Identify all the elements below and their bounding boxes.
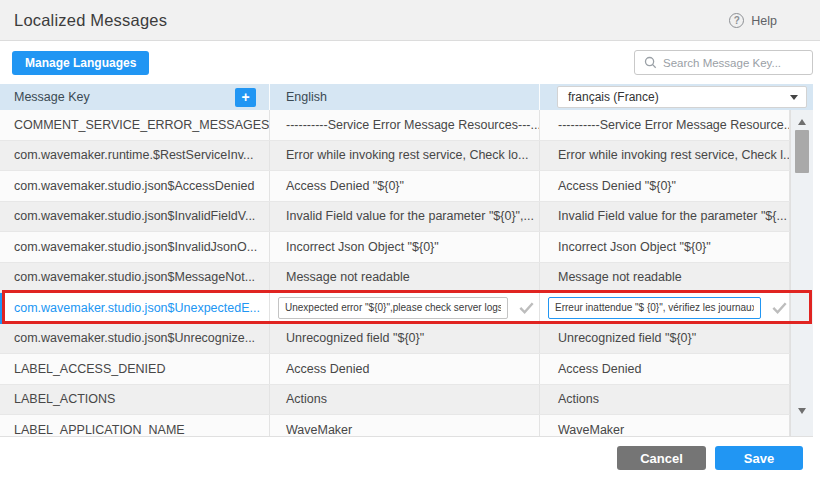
scroll-up-arrow-icon[interactable] (798, 119, 806, 125)
message-key-cell[interactable]: com.wavemaker.studio.json$AccessDenied (0, 171, 270, 201)
help-label: Help (751, 14, 777, 28)
english-cell[interactable]: Message not readable (270, 263, 540, 293)
french-cell[interactable]: ----------Service Error Message Resource… (540, 110, 790, 140)
cancel-button[interactable]: Cancel (617, 446, 706, 470)
english-cell[interactable]: Invalid Field value for the parameter "$… (270, 202, 540, 232)
search-icon (644, 56, 657, 69)
french-edit-input[interactable] (548, 297, 761, 319)
english-header-label: English (286, 90, 327, 104)
table-row[interactable]: LABEL_ACCESS_DENIED Access Denied Access… (0, 354, 790, 385)
english-cell[interactable]: Error while invoking rest service, Check… (270, 141, 540, 171)
english-cell[interactable]: Incorrect Json Object "${0}" (270, 232, 540, 262)
table-row-selected[interactable]: com.wavemaker.studio.json$UnexpectedE... (0, 293, 790, 324)
english-cell[interactable]: WaveMaker (270, 415, 540, 437)
table-row[interactable]: com.wavemaker.studio.json$InvalidJsonO..… (0, 232, 790, 263)
column-header-english: English (270, 84, 540, 110)
column-header-message-key: Message Key + (0, 84, 270, 110)
message-key-cell[interactable]: com.wavemaker.studio.json$Unrecognize... (0, 324, 270, 354)
table-row[interactable]: LABEL_ACTIONS Actions Actions (0, 385, 790, 416)
scrollbar-thumb[interactable] (795, 130, 809, 173)
message-key-cell[interactable]: COMMENT_SERVICE_ERROR_MESSAGES (0, 110, 270, 140)
table-row[interactable]: com.wavemaker.runtime.$RestServiceInv...… (0, 141, 790, 172)
message-key-cell[interactable]: com.wavemaker.studio.json$InvalidJsonO..… (0, 232, 270, 262)
message-key-cell[interactable]: LABEL_APPLICATION_NAME (0, 415, 270, 437)
english-cell[interactable]: Actions (270, 385, 540, 415)
scroll-down-arrow-icon[interactable] (798, 408, 806, 414)
table-row[interactable]: com.wavemaker.studio.json$AccessDenied A… (0, 171, 790, 202)
table-header: Message Key + English français (France) (0, 84, 813, 110)
english-cell[interactable]: Unrecognized field "${0}" (270, 324, 540, 354)
french-cell[interactable]: Invalid Field value for the parameter "$… (540, 202, 790, 232)
french-cell[interactable]: Actions (540, 385, 790, 415)
help-link[interactable]: ? Help (729, 0, 777, 41)
table-row[interactable]: COMMENT_SERVICE_ERROR_MESSAGES ---------… (0, 110, 790, 141)
table-row[interactable]: com.wavemaker.studio.json$InvalidFieldV.… (0, 202, 790, 233)
message-key-cell-selected[interactable]: com.wavemaker.studio.json$UnexpectedE... (0, 293, 270, 323)
message-key-header-label: Message Key (14, 90, 90, 104)
message-key-cell[interactable]: com.wavemaker.studio.json$InvalidFieldV.… (0, 202, 270, 232)
confirm-check-icon[interactable] (770, 298, 789, 317)
french-cell[interactable]: Incorrect Json Object "${0}" (540, 232, 790, 262)
english-cell[interactable]: ----------Service Error Message Resource… (270, 110, 540, 140)
french-cell-editing (540, 293, 790, 323)
save-button[interactable]: Save (715, 446, 803, 470)
table-rows: COMMENT_SERVICE_ERROR_MESSAGES ---------… (0, 110, 790, 437)
title-bar: Localized Messages ? Help (0, 0, 820, 41)
english-cell-editing (270, 293, 540, 323)
message-key-cell[interactable]: com.wavemaker.studio.json$MessageNot... (0, 263, 270, 293)
add-message-key-button[interactable]: + (235, 88, 256, 107)
french-cell[interactable]: Error while invoking rest service, Check… (540, 141, 790, 171)
chevron-down-icon (790, 95, 798, 100)
french-cell[interactable]: Access Denied "${0}" (540, 171, 790, 201)
table-row[interactable]: com.wavemaker.studio.json$MessageNot... … (0, 263, 790, 294)
table-row[interactable]: com.wavemaker.studio.json$Unrecognize...… (0, 324, 790, 355)
language-select-value: français (France) (568, 90, 659, 104)
message-key-cell[interactable]: LABEL_ACCESS_DENIED (0, 354, 270, 384)
vertical-scrollbar[interactable] (790, 110, 813, 437)
manage-languages-button[interactable]: Manage Languages (12, 51, 149, 75)
french-cell[interactable]: Message not readable (540, 263, 790, 293)
toolbar: Manage Languages (0, 41, 820, 84)
localized-messages-dialog: Localized Messages ? Help Manage Languag… (0, 0, 820, 487)
table-row[interactable]: LABEL_APPLICATION_NAME WaveMaker WaveMak… (0, 415, 790, 437)
column-header-language: français (France) (540, 84, 813, 110)
search-input[interactable] (663, 57, 817, 69)
page-title: Localized Messages (14, 0, 167, 41)
message-key-cell[interactable]: com.wavemaker.runtime.$RestServiceInv... (0, 141, 270, 171)
english-edit-input[interactable] (278, 297, 508, 319)
help-question-icon: ? (729, 13, 744, 28)
confirm-check-icon[interactable] (517, 298, 536, 317)
table-body: COMMENT_SERVICE_ERROR_MESSAGES ---------… (0, 110, 813, 437)
french-cell[interactable]: WaveMaker (540, 415, 790, 437)
message-key-cell[interactable]: LABEL_ACTIONS (0, 385, 270, 415)
english-cell[interactable]: Access Denied "${0}" (270, 171, 540, 201)
search-box[interactable] (634, 50, 813, 75)
selected-row-accent (0, 293, 3, 324)
french-cell[interactable]: Access Denied (540, 354, 790, 384)
french-cell[interactable]: Unrecognized field "${0}" (540, 324, 790, 354)
english-cell[interactable]: Access Denied (270, 354, 540, 384)
language-select[interactable]: français (France) (557, 86, 807, 108)
